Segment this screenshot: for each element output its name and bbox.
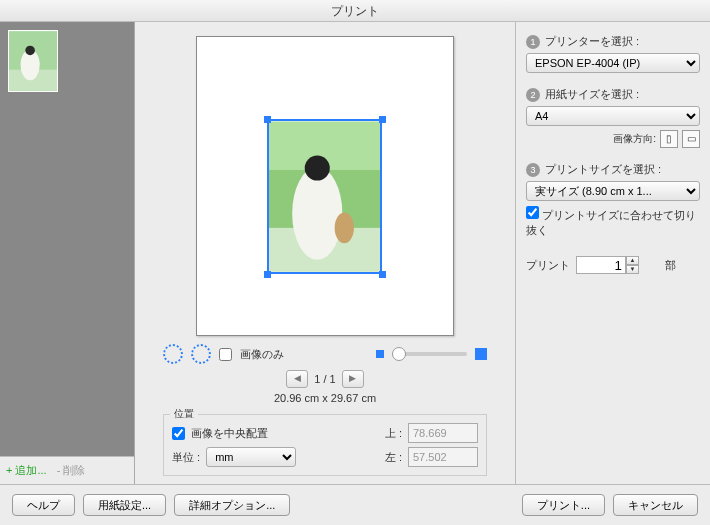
copies-unit: 部 [665,258,676,273]
next-page-button[interactable]: ▶ [342,370,364,388]
printsize-select[interactable]: 実サイズ (8.90 cm x 1... [526,181,700,201]
landscape-button[interactable]: ▭ [682,130,700,148]
crop-checkbox[interactable] [526,206,539,219]
svg-point-7 [292,167,342,260]
prev-page-button[interactable]: ◀ [286,370,308,388]
rotate-ccw-icon[interactable] [163,344,183,364]
top-label: 上 : [372,426,402,441]
zoom-slider[interactable] [392,352,468,356]
print-button[interactable]: プリント... [522,494,605,516]
center-checkbox[interactable] [172,427,185,440]
unit-select[interactable]: mm [206,447,296,467]
portrait-button[interactable]: ▯ [660,130,678,148]
rotate-cw-icon[interactable] [191,344,211,364]
paper-preview [196,36,454,336]
copies-down[interactable]: ▼ [626,265,639,274]
svg-point-8 [305,155,330,180]
resize-handle[interactable] [379,271,386,278]
zoom-in-icon[interactable] [475,348,487,360]
resize-handle[interactable] [379,116,386,123]
image-only-checkbox[interactable] [219,348,232,361]
sidebar: + 追加... - 削除 [0,22,135,484]
svg-point-9 [335,212,354,243]
resize-handle[interactable] [264,116,271,123]
thumbnail[interactable] [8,30,58,92]
printer-label: プリンターを選択 : [545,34,639,49]
left-label: 左 : [372,450,402,465]
papersize-label: 用紙サイズを選択 : [545,87,639,102]
left-input [408,447,478,467]
step-2-icon: 2 [526,88,540,102]
printer-select[interactable]: EPSON EP-4004 (IP) [526,53,700,73]
page-indicator: 1 / 1 [314,373,335,385]
cancel-button[interactable]: キャンセル [613,494,698,516]
help-button[interactable]: ヘルプ [12,494,75,516]
add-button[interactable]: + 追加... [6,463,47,478]
zoom-out-icon[interactable] [376,350,384,358]
page-setup-button[interactable]: 用紙設定... [83,494,166,516]
copies-input[interactable] [576,256,626,274]
papersize-select[interactable]: A4 [526,106,700,126]
position-legend: 位置 [170,407,198,421]
window-title: プリント [0,0,710,22]
orientation-label: 画像方向: [613,132,656,146]
options-button[interactable]: 詳細オプション... [174,494,290,516]
preview-area: 画像のみ ◀ 1 / 1 ▶ 20.96 cm x 29.67 cm 位置 画像… [135,22,515,484]
delete-button: - 削除 [57,463,86,478]
image-only-label: 画像のみ [240,347,284,362]
footer: ヘルプ 用紙設定... 詳細オプション... プリント... キャンセル [0,484,710,525]
printsize-label: プリントサイズを選択 : [545,162,661,177]
copies-label: プリント [526,258,570,273]
preview-image[interactable] [267,119,382,274]
resize-handle[interactable] [264,271,271,278]
crop-label: プリントサイズに合わせて切り抜く [526,209,696,236]
paper-dimensions: 20.96 cm x 29.67 cm [163,392,487,404]
settings-panel: 1プリンターを選択 : EPSON EP-4004 (IP) 2用紙サイズを選択… [515,22,710,484]
top-input [408,423,478,443]
step-1-icon: 1 [526,35,540,49]
unit-label: 単位 : [172,450,200,465]
position-group: 位置 画像を中央配置 上 : 単位 : mm 左 : [163,414,487,476]
svg-point-3 [25,46,35,56]
step-3-icon: 3 [526,163,540,177]
center-label: 画像を中央配置 [191,426,281,441]
copies-up[interactable]: ▲ [626,256,639,265]
